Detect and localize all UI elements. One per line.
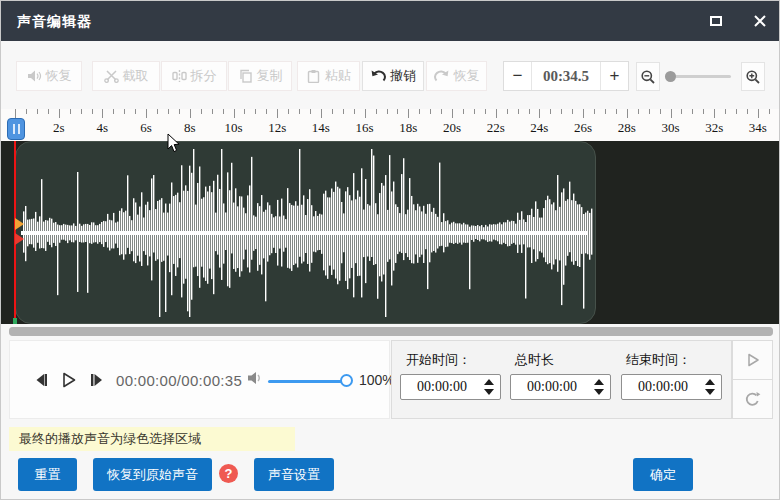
total-duration-spinner[interactable] bbox=[593, 377, 605, 397]
ruler-tick bbox=[15, 109, 16, 118]
end-time-input[interactable]: 00:00:00 bbox=[621, 374, 722, 400]
step-back-button[interactable] bbox=[30, 369, 52, 391]
zoom-in-button[interactable] bbox=[741, 62, 765, 91]
ruler-tick bbox=[201, 109, 202, 114]
ruler-tick bbox=[452, 109, 453, 118]
ruler-tick bbox=[288, 109, 289, 114]
paste-button[interactable]: 粘贴 bbox=[297, 61, 360, 91]
volume-slider-track[interactable] bbox=[268, 380, 348, 383]
ruler-tick bbox=[81, 109, 82, 114]
ruler-tick bbox=[310, 109, 311, 114]
preview-play-button[interactable] bbox=[732, 340, 773, 380]
step-back-icon bbox=[32, 371, 50, 389]
ruler-tick bbox=[485, 109, 486, 114]
scrollbar-thumb[interactable] bbox=[9, 327, 773, 336]
split-label: 拆分 bbox=[191, 67, 217, 85]
ruler-tick bbox=[747, 109, 748, 114]
restore-original-button[interactable]: 恢复到原始声音 bbox=[93, 458, 212, 491]
start-time-spinner[interactable] bbox=[483, 377, 495, 397]
ruler-tick bbox=[321, 109, 322, 118]
decrease-duration-button[interactable]: − bbox=[504, 62, 531, 90]
ruler-tick bbox=[474, 109, 475, 114]
ruler-tick bbox=[277, 109, 278, 118]
ruler-tick bbox=[299, 109, 300, 114]
spin-up-icon[interactable] bbox=[705, 379, 715, 385]
ok-button[interactable]: 确定 bbox=[633, 458, 693, 491]
start-time-input[interactable]: 00:00:00 bbox=[400, 374, 501, 400]
volume-icon[interactable] bbox=[247, 370, 264, 386]
ruler-tick bbox=[627, 109, 628, 118]
spin-down-icon[interactable] bbox=[594, 389, 604, 395]
ruler-tick bbox=[397, 109, 398, 114]
start-marker-icon[interactable] bbox=[15, 218, 24, 230]
ruler-label: 12s bbox=[268, 120, 286, 136]
time-fields-panel: 开始时间： 总时长 结束时间： 00:00:00 00:00:00 00:00:… bbox=[391, 340, 732, 419]
ruler-label: 8s bbox=[184, 120, 196, 136]
paste-label: 粘贴 bbox=[325, 67, 351, 85]
step-forward-button[interactable] bbox=[86, 369, 108, 391]
duration-stepper: − 00:34.5 + bbox=[503, 61, 629, 91]
help-button[interactable]: ? bbox=[219, 464, 238, 483]
close-button[interactable] bbox=[743, 9, 777, 33]
ruler-tick bbox=[146, 109, 147, 118]
spin-down-icon[interactable] bbox=[484, 389, 494, 395]
paste-icon bbox=[306, 69, 321, 83]
ruler-tick bbox=[70, 109, 71, 114]
spin-down-icon[interactable] bbox=[705, 389, 715, 395]
maximize-icon bbox=[710, 16, 722, 26]
ruler-tick bbox=[234, 109, 235, 118]
increase-duration-button[interactable]: + bbox=[601, 62, 628, 90]
preview-play-icon bbox=[745, 352, 761, 368]
ruler-tick bbox=[638, 109, 639, 114]
end-marker-icon[interactable] bbox=[15, 233, 24, 245]
zoom-slider-handle[interactable] bbox=[665, 71, 676, 82]
ruler-tick bbox=[605, 109, 606, 114]
ruler-tick bbox=[179, 109, 180, 114]
total-duration-input[interactable]: 00:00:00 bbox=[510, 374, 611, 400]
end-time-spinner[interactable] bbox=[704, 377, 716, 397]
playhead-handle[interactable] bbox=[7, 118, 25, 140]
horizontal-scrollbar[interactable] bbox=[9, 327, 773, 336]
sound-settings-button[interactable]: 声音设置 bbox=[254, 458, 334, 491]
ruler-label: 32s bbox=[705, 120, 723, 136]
selection-bottom-handle[interactable] bbox=[13, 318, 17, 324]
play-button[interactable] bbox=[58, 369, 80, 391]
ruler-tick bbox=[594, 109, 595, 114]
waveform-canvas bbox=[16, 142, 595, 323]
maximize-button[interactable] bbox=[699, 9, 733, 33]
spin-up-icon[interactable] bbox=[484, 379, 494, 385]
ruler-tick bbox=[102, 109, 103, 118]
spin-up-icon[interactable] bbox=[594, 379, 604, 385]
zoom-out-button[interactable] bbox=[636, 62, 660, 91]
preview-reset-button[interactable] bbox=[732, 379, 773, 419]
zoom-out-icon bbox=[640, 69, 656, 85]
ruler-label: 28s bbox=[618, 120, 636, 136]
ruler-tick bbox=[59, 109, 60, 118]
restore-sound-button[interactable]: 恢复 bbox=[16, 61, 82, 91]
split-button[interactable]: 拆分 bbox=[161, 61, 227, 91]
ruler-tick bbox=[550, 109, 551, 114]
ruler-tick bbox=[714, 109, 715, 118]
ruler-label: 14s bbox=[312, 120, 330, 136]
ruler-tick bbox=[616, 109, 617, 114]
timeline-ruler[interactable]: 0s2s4s6s8s10s12s14s16s18s20s22s24s26s28s… bbox=[1, 109, 780, 141]
copy-button[interactable]: 复制 bbox=[228, 61, 292, 91]
preview-panel bbox=[732, 340, 773, 419]
split-icon bbox=[172, 69, 187, 83]
selection-region[interactable] bbox=[15, 141, 596, 324]
duration-value: 00:34.5 bbox=[531, 62, 601, 90]
undo-button[interactable]: 撤销 bbox=[362, 61, 424, 91]
redo-button[interactable]: 恢复 bbox=[426, 61, 487, 91]
restore-sound-label: 恢复 bbox=[46, 67, 72, 85]
ruler-label: 10s bbox=[224, 120, 242, 136]
ruler-label: 6s bbox=[140, 120, 152, 136]
volume-slider-handle[interactable] bbox=[340, 374, 353, 387]
reset-button[interactable]: 重置 bbox=[18, 458, 77, 491]
cut-button[interactable]: 截取 bbox=[92, 61, 160, 91]
ruler-label: 18s bbox=[399, 120, 417, 136]
reset-loop-icon bbox=[744, 391, 761, 408]
ruler-tick bbox=[463, 109, 464, 114]
ruler-tick bbox=[769, 109, 770, 114]
waveform-area[interactable] bbox=[1, 141, 780, 324]
scissors-icon bbox=[104, 69, 119, 83]
